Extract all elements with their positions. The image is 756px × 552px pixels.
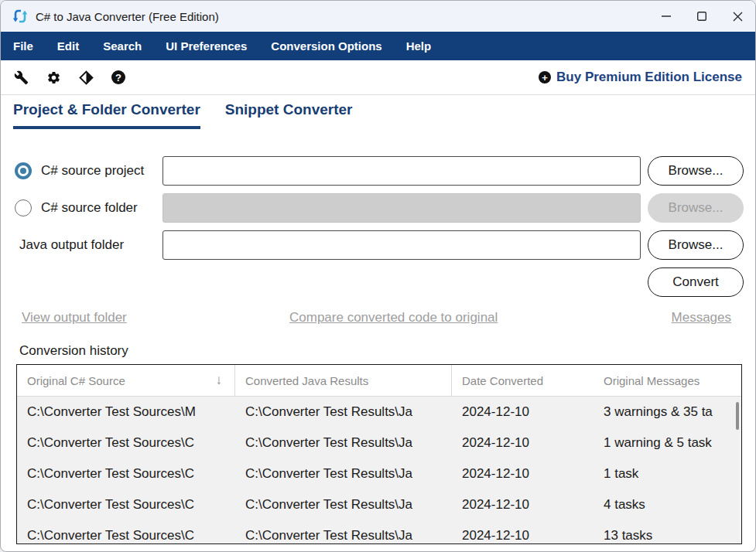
column-header-original-messages[interactable]: Original Messages bbox=[594, 365, 741, 396]
messages-link[interactable]: Messages bbox=[672, 310, 731, 325]
wrench-icon[interactable] bbox=[13, 70, 29, 85]
app-logo-icon bbox=[12, 8, 29, 25]
table-cell: 2024-12-10 bbox=[452, 397, 594, 428]
menu-conversion-options[interactable]: Conversion Options bbox=[271, 39, 381, 53]
action-links: View output folder Compare converted cod… bbox=[1, 310, 755, 325]
table-cell: 2024-12-10 bbox=[452, 428, 594, 458]
close-button[interactable] bbox=[720, 1, 755, 32]
menu-file[interactable]: File bbox=[13, 39, 33, 53]
maximize-icon bbox=[697, 12, 706, 21]
menu-edit[interactable]: Edit bbox=[57, 39, 79, 53]
conversion-history-table: Original C# Source ↓ Converted Java Resu… bbox=[16, 364, 742, 544]
table-cell: 13 tasks bbox=[594, 520, 741, 544]
conversion-history-label: Conversion history bbox=[19, 343, 128, 359]
table-row[interactable]: C:\Converter Test Sources\MC:\Converter … bbox=[17, 397, 741, 428]
plus-icon: + bbox=[539, 71, 551, 83]
table-cell: 1 task bbox=[594, 458, 741, 489]
buy-premium-link[interactable]: + Buy Premium Edition License bbox=[539, 70, 742, 85]
buy-premium-label: Buy Premium Edition License bbox=[556, 70, 742, 85]
table-cell: 4 tasks bbox=[594, 489, 741, 520]
table-cell: C:\Converter Test Sources\C bbox=[17, 520, 235, 544]
table-cell: C:\Converter Test Results\Ja bbox=[235, 397, 452, 428]
tab-bar: Project & Folder Converter Snippet Conve… bbox=[13, 101, 352, 129]
table-cell: C:\Converter Test Sources\M bbox=[17, 397, 235, 428]
table-cell: C:\Converter Test Sources\C bbox=[17, 489, 235, 520]
source-project-row: C# source project Browse... bbox=[1, 156, 755, 186]
table-cell: 2024-12-10 bbox=[452, 489, 594, 520]
gear-icon[interactable] bbox=[46, 70, 61, 85]
minimize-button[interactable] bbox=[648, 1, 684, 32]
source-folder-row: C# source folder Browse... bbox=[1, 193, 755, 223]
radio-unselected-icon bbox=[15, 199, 32, 216]
window-title: C# to Java Converter (Free Edition) bbox=[36, 10, 219, 23]
source-project-input[interactable] bbox=[162, 156, 641, 186]
table-header: Original C# Source ↓ Converted Java Resu… bbox=[17, 365, 741, 397]
eraser-icon[interactable] bbox=[78, 70, 94, 85]
table-row[interactable]: C:\Converter Test Sources\CC:\Converter … bbox=[17, 458, 741, 489]
table-cell: C:\Converter Test Results\Ja bbox=[235, 458, 452, 489]
source-project-label: C# source project bbox=[41, 163, 144, 179]
tab-project-folder-converter[interactable]: Project & Folder Converter bbox=[13, 101, 200, 129]
menu-search[interactable]: Search bbox=[103, 39, 142, 53]
table-cell: C:\Converter Test Results\Ja bbox=[235, 489, 452, 520]
history-body: C:\Converter Test Sources\MC:\Converter … bbox=[17, 397, 741, 544]
menu-bar: File Edit Search UI Preferences Conversi… bbox=[1, 32, 755, 60]
source-folder-radio[interactable]: C# source folder bbox=[15, 193, 138, 223]
browse-output-folder-button[interactable]: Browse... bbox=[648, 230, 744, 260]
column-header-converted-results[interactable]: Converted Java Results bbox=[235, 365, 452, 396]
menu-help[interactable]: Help bbox=[406, 39, 432, 53]
compare-code-link[interactable]: Compare converted code to original bbox=[289, 310, 498, 325]
menu-ui-preferences[interactable]: UI Preferences bbox=[166, 39, 247, 53]
table-row[interactable]: C:\Converter Test Sources\CC:\Converter … bbox=[17, 489, 741, 520]
table-row[interactable]: C:\Converter Test Sources\CC:\Converter … bbox=[17, 520, 741, 544]
column-header-date-converted[interactable]: Date Converted bbox=[452, 365, 594, 396]
output-folder-label: Java output folder bbox=[19, 237, 124, 253]
browse-source-project-button[interactable]: Browse... bbox=[648, 156, 744, 186]
table-cell: C:\Converter Test Results\Ja bbox=[235, 428, 452, 458]
radio-selected-icon bbox=[15, 162, 32, 179]
minimize-icon bbox=[662, 12, 671, 21]
table-cell: 2024-12-10 bbox=[452, 520, 594, 544]
toolbar: ? + Buy Premium Edition License bbox=[1, 60, 755, 95]
output-folder-row: Java output folder Browse... bbox=[1, 230, 755, 260]
table-cell: 2024-12-10 bbox=[452, 458, 594, 489]
table-cell: 1 warning & 5 task bbox=[594, 428, 741, 458]
table-cell: C:\Converter Test Sources\C bbox=[17, 428, 235, 458]
source-project-radio[interactable]: C# source project bbox=[15, 156, 144, 186]
close-icon bbox=[733, 12, 743, 22]
title-bar: C# to Java Converter (Free Edition) bbox=[1, 1, 755, 32]
sort-descending-icon[interactable]: ↓ bbox=[216, 373, 223, 388]
app-window: C# to Java Converter (Free Edition) File… bbox=[0, 0, 756, 552]
source-folder-input bbox=[162, 193, 641, 223]
window-controls bbox=[648, 1, 755, 32]
source-folder-label: C# source folder bbox=[41, 200, 138, 216]
browse-source-folder-button: Browse... bbox=[648, 193, 744, 223]
table-cell: C:\Converter Test Sources\C bbox=[17, 458, 235, 489]
table-cell: C:\Converter Test Results\Ja bbox=[235, 520, 452, 544]
maximize-button[interactable] bbox=[684, 1, 720, 32]
convert-button[interactable]: Convert bbox=[648, 267, 744, 297]
table-scrollbar[interactable] bbox=[736, 402, 739, 430]
view-output-folder-link[interactable]: View output folder bbox=[22, 310, 127, 325]
column-header-original-source[interactable]: Original C# Source ↓ bbox=[17, 365, 235, 396]
output-folder-input[interactable] bbox=[162, 230, 641, 260]
table-cell: 3 warnings & 35 ta bbox=[594, 397, 741, 428]
help-icon[interactable]: ? bbox=[111, 70, 126, 85]
tab-snippet-converter[interactable]: Snippet Converter bbox=[225, 101, 353, 129]
table-row[interactable]: C:\Converter Test Sources\CC:\Converter … bbox=[17, 428, 741, 458]
convert-row: Convert bbox=[1, 267, 755, 297]
